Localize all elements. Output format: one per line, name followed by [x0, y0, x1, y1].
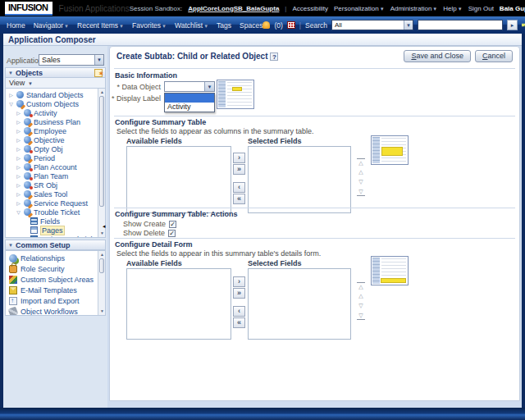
- tree-item-sr-obj[interactable]: ▷SR Obj: [16, 180, 57, 189]
- advanced-search-icon[interactable]: [522, 21, 525, 29]
- move-down-button[interactable]: ▽: [357, 302, 365, 310]
- nav-tags[interactable]: Tags: [217, 21, 231, 30]
- show-create-checkbox[interactable]: ✓: [169, 221, 176, 228]
- collapse-icon[interactable]: ▼: [8, 240, 13, 250]
- detail-selected-fields-list[interactable]: [248, 268, 351, 340]
- move-to-top-button[interactable]: △: [357, 282, 365, 290]
- remove-button[interactable]: ‹: [233, 306, 245, 317]
- new-object-icon[interactable]: [94, 69, 103, 77]
- session-sandbox-link[interactable]: ApplCoreLongSB_BalaGupta: [188, 5, 279, 12]
- expand-icon[interactable]: ▷: [16, 191, 21, 197]
- common-setup-import-export[interactable]: Import and Export: [9, 296, 80, 306]
- tree-item-activity[interactable]: ▷Activity: [16, 108, 57, 117]
- common-setup-panel-header[interactable]: ▼ Common Setup: [5, 240, 106, 250]
- move-to-bottom-button[interactable]: ▽: [357, 188, 365, 196]
- dropdown-option-blank[interactable]: [165, 94, 214, 103]
- tree-item-plan-team[interactable]: ▷Plan Team: [16, 171, 68, 180]
- nav-watchlist-menu[interactable]: Watchlist▼: [175, 21, 208, 30]
- objects-panel-header[interactable]: ▼ Objects: [5, 67, 106, 78]
- expand-icon[interactable]: ▷: [16, 128, 21, 134]
- scrollbar-thumb[interactable]: [99, 258, 104, 273]
- remove-all-button[interactable]: «: [233, 194, 245, 204]
- common-setup-relationships[interactable]: Relationships: [9, 253, 65, 263]
- common-setup-scrollbar[interactable]: ▲ ▼: [98, 251, 105, 315]
- view-menu[interactable]: View ▼: [5, 78, 106, 88]
- accessibility-link[interactable]: Accessibility: [292, 5, 328, 12]
- dropdown-option-activity[interactable]: Activity: [165, 103, 214, 112]
- move-up-button[interactable]: △: [357, 168, 365, 176]
- notifications-bell-icon[interactable]: [262, 21, 270, 29]
- chevron-down-icon[interactable]: ▼: [204, 82, 214, 91]
- chevron-down-icon[interactable]: ▼: [404, 21, 413, 30]
- save-and-close-button[interactable]: Save and Close: [404, 50, 471, 62]
- summary-selected-fields-list[interactable]: [248, 146, 351, 213]
- collapse-icon[interactable]: ▽: [8, 101, 14, 107]
- expand-icon[interactable]: ▷: [8, 92, 14, 98]
- expand-icon[interactable]: ▷: [16, 182, 21, 188]
- move-all-button[interactable]: »: [233, 288, 245, 299]
- chevron-down-icon[interactable]: ▼: [94, 55, 103, 65]
- search-input[interactable]: [418, 20, 503, 30]
- tree-item-business-plan[interactable]: ▷Business Plan: [16, 117, 80, 126]
- tree-item-trouble-ticket[interactable]: ▽Trouble Ticket: [16, 208, 80, 217]
- panel-collapse-handle[interactable]: ◂: [103, 223, 106, 230]
- personalization-menu[interactable]: Personalization▼: [334, 5, 385, 12]
- move-down-button[interactable]: ▽: [357, 178, 365, 186]
- calendar-icon[interactable]: [287, 21, 295, 29]
- move-button[interactable]: ›: [233, 153, 245, 163]
- help-menu[interactable]: Help▼: [443, 5, 462, 12]
- remove-button[interactable]: ‹: [233, 182, 245, 193]
- tree-item-objective[interactable]: ▷Objective: [16, 135, 65, 144]
- collapse-icon[interactable]: ▽: [16, 209, 21, 215]
- tree-item-sales-tool[interactable]: ▷Sales Tool: [16, 189, 67, 199]
- scroll-up-icon[interactable]: ▲: [99, 252, 105, 258]
- expand-icon[interactable]: ▷: [16, 110, 21, 116]
- move-up-button[interactable]: △: [357, 292, 365, 300]
- expand-icon[interactable]: ▷: [16, 164, 21, 170]
- search-scope-select[interactable]: All ▼: [331, 20, 413, 30]
- sign-out-link[interactable]: Sign Out: [468, 5, 494, 12]
- common-setup-email-templates[interactable]: E-Mail Templates: [9, 285, 77, 295]
- nav-favorites-menu[interactable]: Favorites▼: [132, 21, 167, 30]
- tree-item-employee[interactable]: ▷Employee: [16, 126, 66, 135]
- move-to-top-button[interactable]: △: [357, 158, 365, 167]
- expand-icon[interactable]: ▷: [16, 119, 21, 125]
- move-button[interactable]: ›: [233, 276, 245, 287]
- search-go-button[interactable]: ▸: [507, 20, 518, 30]
- common-setup-role-security[interactable]: Role Security: [9, 264, 65, 274]
- tree-item-standard-objects[interactable]: ▷Standard Objects: [8, 90, 84, 99]
- tree-item-pages[interactable]: Pages: [30, 226, 65, 235]
- help-icon[interactable]: ?: [270, 52, 278, 61]
- nav-recent-items-menu[interactable]: Recent Items▼: [77, 21, 124, 30]
- expand-icon[interactable]: ▷: [16, 146, 21, 152]
- tree-item-plan-account[interactable]: ▷Plan Account: [16, 162, 77, 171]
- scroll-down-icon[interactable]: ▼: [99, 231, 105, 236]
- expand-icon[interactable]: ▷: [16, 137, 21, 143]
- tree-item-custom-objects[interactable]: ▽Custom Objects: [8, 99, 79, 108]
- scroll-down-icon[interactable]: ▼: [99, 308, 105, 314]
- scroll-up-icon[interactable]: ▲: [99, 89, 105, 95]
- common-setup-custom-subject-areas[interactable]: Custom Subject Areas: [9, 275, 94, 285]
- expand-icon[interactable]: ▷: [16, 155, 21, 161]
- application-select[interactable]: Sales ▼: [39, 54, 104, 66]
- collapse-icon[interactable]: ▼: [8, 68, 13, 78]
- nav-spaces[interactable]: Spaces: [240, 21, 262, 30]
- nav-home[interactable]: Home: [7, 21, 25, 30]
- tree-item-service-request[interactable]: ▷Service Request: [16, 199, 88, 208]
- tree-item-opty-obj[interactable]: ▷Opty Obj: [16, 144, 63, 153]
- remove-all-button[interactable]: «: [233, 317, 245, 328]
- expand-icon[interactable]: ▷: [16, 173, 21, 179]
- tree-item-fields[interactable]: Fields: [30, 217, 60, 226]
- move-to-bottom-button[interactable]: ▽: [357, 312, 365, 320]
- tree-item-period[interactable]: ▷Period: [16, 153, 55, 162]
- show-delete-checkbox[interactable]: ✓: [168, 230, 176, 237]
- tree-scrollbar[interactable]: ▲ ▼: [98, 89, 105, 237]
- scrollbar-thumb[interactable]: [99, 96, 104, 207]
- expand-icon[interactable]: ▷: [16, 200, 21, 206]
- summary-available-fields-list[interactable]: [126, 146, 231, 213]
- data-object-combobox[interactable]: ▼: [164, 81, 215, 92]
- move-all-button[interactable]: »: [233, 164, 245, 175]
- cancel-button[interactable]: Cancel: [475, 50, 513, 62]
- tree-item-actions-and-links[interactable]: Actions and Links: [30, 235, 98, 238]
- common-setup-object-workflows[interactable]: Object Workflows: [9, 307, 78, 316]
